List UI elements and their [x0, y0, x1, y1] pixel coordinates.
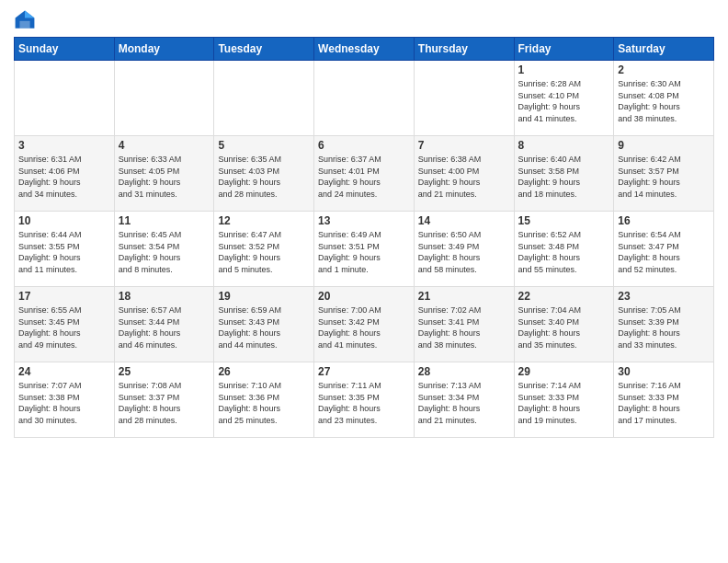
day-info: Sunrise: 7:14 AM Sunset: 3:33 PM Dayligh… — [518, 380, 610, 426]
day-number: 30 — [618, 365, 710, 378]
day-number: 5 — [218, 139, 310, 152]
day-number: 11 — [119, 214, 210, 227]
week-row-1: 1Sunrise: 6:28 AM Sunset: 4:10 PM Daylig… — [15, 61, 714, 136]
day-info: Sunrise: 7:02 AM Sunset: 3:41 PM Dayligh… — [418, 304, 510, 350]
day-info: Sunrise: 6:42 AM Sunset: 3:57 PM Dayligh… — [618, 154, 710, 200]
day-number: 1 — [518, 63, 610, 76]
calendar-cell: 12Sunrise: 6:47 AM Sunset: 3:52 PM Dayli… — [214, 212, 314, 287]
day-number: 18 — [119, 290, 210, 303]
day-info: Sunrise: 7:08 AM Sunset: 3:37 PM Dayligh… — [119, 380, 210, 426]
calendar-cell: 17Sunrise: 6:55 AM Sunset: 3:45 PM Dayli… — [15, 287, 115, 362]
calendar-cell: 4Sunrise: 6:33 AM Sunset: 4:05 PM Daylig… — [114, 136, 214, 212]
weekday-header-sunday: Sunday — [15, 38, 115, 61]
day-number: 29 — [518, 365, 610, 378]
day-number: 2 — [618, 63, 710, 76]
day-info: Sunrise: 6:59 AM Sunset: 3:43 PM Dayligh… — [218, 304, 310, 350]
day-info: Sunrise: 6:45 AM Sunset: 3:54 PM Dayligh… — [119, 229, 210, 275]
day-number: 3 — [18, 139, 110, 152]
day-number: 20 — [318, 290, 410, 303]
day-info: Sunrise: 6:57 AM Sunset: 3:44 PM Dayligh… — [119, 304, 210, 350]
svg-rect-2 — [19, 21, 29, 29]
calendar-cell: 2Sunrise: 6:30 AM Sunset: 4:08 PM Daylig… — [614, 61, 714, 136]
day-info: Sunrise: 6:54 AM Sunset: 3:47 PM Dayligh… — [618, 229, 710, 275]
day-info: Sunrise: 6:37 AM Sunset: 4:01 PM Dayligh… — [318, 154, 410, 200]
calendar-cell: 25Sunrise: 7:08 AM Sunset: 3:37 PM Dayli… — [114, 362, 214, 438]
day-number: 7 — [418, 139, 510, 152]
calendar-cell: 10Sunrise: 6:44 AM Sunset: 3:55 PM Dayli… — [15, 212, 115, 287]
day-info: Sunrise: 6:30 AM Sunset: 4:08 PM Dayligh… — [618, 78, 710, 124]
weekday-header-row: SundayMondayTuesdayWednesdayThursdayFrid… — [15, 38, 714, 61]
day-number: 14 — [418, 214, 510, 227]
calendar-cell: 29Sunrise: 7:14 AM Sunset: 3:33 PM Dayli… — [514, 362, 614, 438]
day-number: 16 — [618, 214, 710, 227]
weekday-header-wednesday: Wednesday — [314, 38, 415, 61]
calendar-cell: 5Sunrise: 6:35 AM Sunset: 4:03 PM Daylig… — [214, 136, 314, 212]
svg-marker-1 — [25, 11, 34, 18]
calendar-cell — [314, 61, 415, 136]
day-info: Sunrise: 6:50 AM Sunset: 3:49 PM Dayligh… — [418, 229, 510, 275]
calendar-cell: 11Sunrise: 6:45 AM Sunset: 3:54 PM Dayli… — [114, 212, 214, 287]
weekday-header-friday: Friday — [514, 38, 614, 61]
day-info: Sunrise: 7:00 AM Sunset: 3:42 PM Dayligh… — [318, 304, 410, 350]
day-info: Sunrise: 6:49 AM Sunset: 3:51 PM Dayligh… — [318, 229, 410, 275]
day-number: 28 — [418, 365, 510, 378]
day-number: 4 — [119, 139, 210, 152]
calendar-cell: 3Sunrise: 6:31 AM Sunset: 4:06 PM Daylig… — [15, 136, 115, 212]
calendar-cell: 23Sunrise: 7:05 AM Sunset: 3:39 PM Dayli… — [614, 287, 714, 362]
calendar-cell: 24Sunrise: 7:07 AM Sunset: 3:38 PM Dayli… — [15, 362, 115, 438]
day-number: 22 — [518, 290, 610, 303]
day-number: 13 — [318, 214, 410, 227]
logo — [14, 9, 40, 31]
calendar-cell: 1Sunrise: 6:28 AM Sunset: 4:10 PM Daylig… — [514, 61, 614, 136]
calendar-cell: 9Sunrise: 6:42 AM Sunset: 3:57 PM Daylig… — [614, 136, 714, 212]
day-number: 27 — [318, 365, 410, 378]
calendar-cell: 21Sunrise: 7:02 AM Sunset: 3:41 PM Dayli… — [414, 287, 514, 362]
day-number: 24 — [18, 365, 110, 378]
calendar-cell: 27Sunrise: 7:11 AM Sunset: 3:35 PM Dayli… — [314, 362, 415, 438]
calendar-cell: 6Sunrise: 6:37 AM Sunset: 4:01 PM Daylig… — [314, 136, 415, 212]
calendar-cell — [214, 61, 314, 136]
day-info: Sunrise: 6:47 AM Sunset: 3:52 PM Dayligh… — [218, 229, 310, 275]
calendar-cell: 13Sunrise: 6:49 AM Sunset: 3:51 PM Dayli… — [314, 212, 415, 287]
calendar-cell — [414, 61, 514, 136]
day-info: Sunrise: 6:28 AM Sunset: 4:10 PM Dayligh… — [518, 78, 610, 124]
calendar-cell: 18Sunrise: 6:57 AM Sunset: 3:44 PM Dayli… — [114, 287, 214, 362]
week-row-5: 24Sunrise: 7:07 AM Sunset: 3:38 PM Dayli… — [15, 362, 714, 438]
calendar-cell: 15Sunrise: 6:52 AM Sunset: 3:48 PM Dayli… — [514, 212, 614, 287]
calendar-cell: 16Sunrise: 6:54 AM Sunset: 3:47 PM Dayli… — [614, 212, 714, 287]
day-info: Sunrise: 6:38 AM Sunset: 4:00 PM Dayligh… — [418, 154, 510, 200]
day-number: 8 — [518, 139, 610, 152]
logo-icon — [14, 9, 36, 31]
day-info: Sunrise: 7:07 AM Sunset: 3:38 PM Dayligh… — [18, 380, 110, 426]
day-info: Sunrise: 7:11 AM Sunset: 3:35 PM Dayligh… — [318, 380, 410, 426]
day-info: Sunrise: 6:40 AM Sunset: 3:58 PM Dayligh… — [518, 154, 610, 200]
day-number: 9 — [618, 139, 710, 152]
week-row-3: 10Sunrise: 6:44 AM Sunset: 3:55 PM Dayli… — [15, 212, 714, 287]
day-number: 21 — [418, 290, 510, 303]
day-number: 10 — [18, 214, 110, 227]
calendar-cell: 22Sunrise: 7:04 AM Sunset: 3:40 PM Dayli… — [514, 287, 614, 362]
day-info: Sunrise: 6:33 AM Sunset: 4:05 PM Dayligh… — [119, 154, 210, 200]
weekday-header-saturday: Saturday — [614, 38, 714, 61]
day-number: 23 — [618, 290, 710, 303]
week-row-4: 17Sunrise: 6:55 AM Sunset: 3:45 PM Dayli… — [15, 287, 714, 362]
day-number: 15 — [518, 214, 610, 227]
weekday-header-thursday: Thursday — [414, 38, 514, 61]
day-info: Sunrise: 7:05 AM Sunset: 3:39 PM Dayligh… — [618, 304, 710, 350]
day-info: Sunrise: 6:44 AM Sunset: 3:55 PM Dayligh… — [18, 229, 110, 275]
calendar-cell: 28Sunrise: 7:13 AM Sunset: 3:34 PM Dayli… — [414, 362, 514, 438]
day-info: Sunrise: 7:16 AM Sunset: 3:33 PM Dayligh… — [618, 380, 710, 426]
day-number: 12 — [218, 214, 310, 227]
day-info: Sunrise: 6:31 AM Sunset: 4:06 PM Dayligh… — [18, 154, 110, 200]
calendar-cell — [114, 61, 214, 136]
calendar-cell: 8Sunrise: 6:40 AM Sunset: 3:58 PM Daylig… — [514, 136, 614, 212]
calendar: SundayMondayTuesdayWednesdayThursdayFrid… — [14, 37, 714, 438]
day-number: 25 — [119, 365, 210, 378]
day-number: 19 — [218, 290, 310, 303]
day-info: Sunrise: 6:52 AM Sunset: 3:48 PM Dayligh… — [518, 229, 610, 275]
day-info: Sunrise: 6:35 AM Sunset: 4:03 PM Dayligh… — [218, 154, 310, 200]
day-number: 6 — [318, 139, 410, 152]
calendar-cell: 7Sunrise: 6:38 AM Sunset: 4:00 PM Daylig… — [414, 136, 514, 212]
weekday-header-tuesday: Tuesday — [214, 38, 314, 61]
calendar-cell: 26Sunrise: 7:10 AM Sunset: 3:36 PM Dayli… — [214, 362, 314, 438]
